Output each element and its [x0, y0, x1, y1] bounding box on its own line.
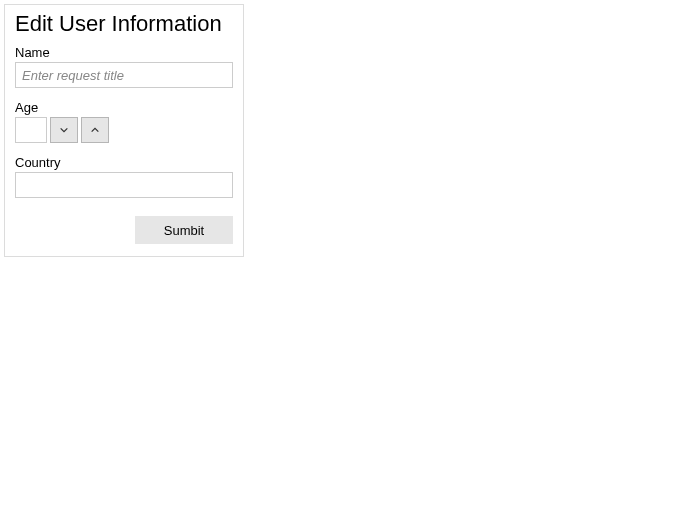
edit-user-panel: Edit User Information Name Age Country S… [4, 4, 244, 257]
age-decrement-button[interactable] [50, 117, 78, 143]
name-input[interactable] [15, 62, 233, 88]
country-label: Country [15, 155, 233, 170]
chevron-down-icon [59, 121, 69, 139]
name-field: Name [15, 45, 233, 88]
chevron-up-icon [90, 121, 100, 139]
age-increment-button[interactable] [81, 117, 109, 143]
name-label: Name [15, 45, 233, 60]
submit-button[interactable]: Sumbit [135, 216, 233, 244]
action-row: Sumbit [15, 216, 233, 244]
country-field: Country [15, 155, 233, 198]
age-input[interactable] [15, 117, 47, 143]
age-spinner [15, 117, 233, 143]
age-label: Age [15, 100, 233, 115]
panel-title: Edit User Information [15, 11, 233, 37]
country-input[interactable] [15, 172, 233, 198]
age-field: Age [15, 100, 233, 143]
